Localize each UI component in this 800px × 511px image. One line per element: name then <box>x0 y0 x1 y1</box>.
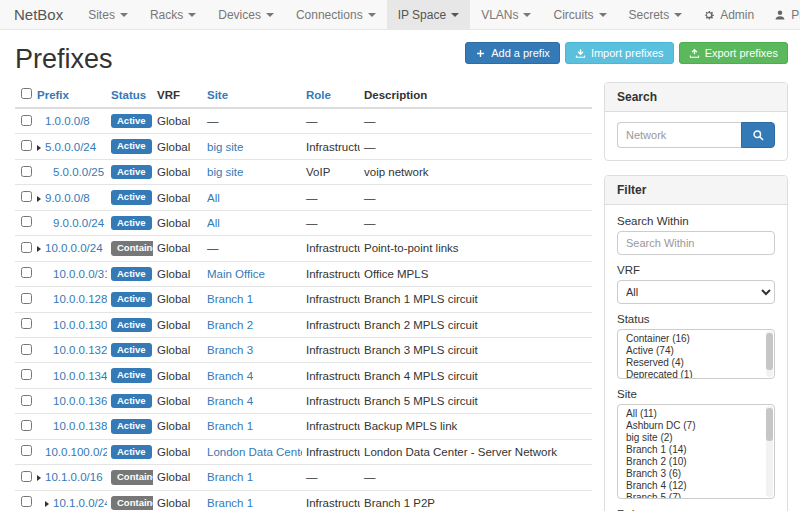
prefix-link[interactable]: 1.0.0.0/8 <box>45 115 90 127</box>
row-checkbox[interactable] <box>21 496 32 507</box>
site-link[interactable]: Branch 1 <box>207 471 253 483</box>
row-checkbox[interactable] <box>21 216 32 227</box>
prefix-link[interactable]: 10.1.0.0/16 <box>45 471 103 483</box>
nav-item[interactable]: Racks <box>139 0 207 29</box>
filter-option[interactable]: Branch 5 (7) <box>618 492 774 499</box>
row-checkbox[interactable] <box>21 242 32 253</box>
row-checkbox[interactable] <box>21 115 32 126</box>
prefix-link[interactable]: 5.0.0.0/24 <box>45 141 96 153</box>
brand-logo[interactable]: NetBox <box>14 0 63 29</box>
prefix-link[interactable]: 10.0.0.136/31 <box>53 395 107 407</box>
nav-item[interactable]: Connections <box>285 0 387 29</box>
export-prefixes-button[interactable]: Export prefixes <box>679 42 788 64</box>
prefix-link[interactable]: 10.0.0.0/31 <box>53 268 107 280</box>
filter-option[interactable]: Branch 2 (10) <box>618 456 774 468</box>
filter-option[interactable]: Container (16) <box>618 333 774 345</box>
tree-indent <box>37 226 45 227</box>
table-row: 10.0.0.0/24 Container Global — Infrastru… <box>15 236 592 261</box>
prefix-link[interactable]: 9.0.0.0/24 <box>53 217 104 229</box>
site-link[interactable]: big site <box>207 166 243 178</box>
scrollbar[interactable] <box>766 406 773 497</box>
row-checkbox[interactable] <box>21 267 32 278</box>
site-link[interactable]: Branch 3 <box>207 344 253 356</box>
filter-option[interactable]: big site (2) <box>618 432 774 444</box>
vrf-value: Global <box>157 268 190 280</box>
nav-item[interactable]: Devices <box>207 0 285 29</box>
search-input[interactable] <box>617 122 741 148</box>
search-within-input[interactable] <box>617 231 775 255</box>
status-listbox[interactable]: Container (16)Active (74)Reserved (4)Dep… <box>617 329 775 379</box>
filter-option[interactable]: All (11) <box>618 408 774 420</box>
nav-item[interactable]: IP Space <box>387 0 470 29</box>
vrf-select[interactable]: All <box>617 280 775 304</box>
prefix-link[interactable]: 10.1.0.0/24 <box>53 497 107 509</box>
nav-item[interactable]: Secrets <box>618 0 694 29</box>
prefix-link[interactable]: 5.0.0.0/25 <box>53 166 104 178</box>
filter-option[interactable]: Branch 3 (6) <box>618 468 774 480</box>
search-button[interactable] <box>741 122 775 148</box>
profile-link[interactable]: Profile <box>764 0 800 29</box>
prefix-link[interactable]: 10.0.0.0/24 <box>45 242 103 254</box>
site-link[interactable]: Branch 1 <box>207 497 253 509</box>
filter-option[interactable]: Active (74) <box>618 345 774 357</box>
site-link[interactable]: — <box>207 115 219 127</box>
nav-item[interactable]: VLANs <box>470 0 542 29</box>
site-listbox[interactable]: All (11)Ashburn DC (7)big site (2)Branch… <box>617 404 775 499</box>
prefix-link[interactable]: 10.0.0.132/31 <box>53 344 107 356</box>
column-header[interactable]: Site <box>203 82 302 108</box>
nav-item[interactable]: Sites <box>77 0 139 29</box>
site-link[interactable]: Branch 1 <box>207 420 253 432</box>
row-checkbox[interactable] <box>21 344 32 355</box>
row-checkbox[interactable] <box>21 293 32 304</box>
column-header[interactable]: Status <box>107 82 153 108</box>
filter-option[interactable]: Reserved (4) <box>618 357 774 369</box>
prefix-link[interactable]: 10.0.0.128/31 <box>53 293 107 305</box>
status-badge: Active <box>111 318 152 332</box>
description-value: — <box>364 115 376 127</box>
row-checkbox[interactable] <box>21 318 32 329</box>
import-prefixes-button[interactable]: Import prefixes <box>565 42 674 64</box>
filter-option[interactable]: Branch 4 (12) <box>618 480 774 492</box>
row-checkbox[interactable] <box>21 140 32 151</box>
row-checkbox[interactable] <box>21 420 32 431</box>
toolbar: Add a prefix Import prefixes Export pref… <box>465 42 788 64</box>
site-link[interactable]: Branch 1 <box>207 293 253 305</box>
scrollbar[interactable] <box>766 331 773 377</box>
site-link[interactable]: big site <box>207 141 243 153</box>
site-link[interactable]: London Data Center <box>207 446 302 458</box>
row-checkbox[interactable] <box>21 191 32 202</box>
site-link[interactable]: — <box>207 242 219 254</box>
status-filter-label: Status <box>617 313 775 325</box>
site-link[interactable]: Branch 4 <box>207 370 253 382</box>
prefix-link[interactable]: 10.0.0.138/31 <box>53 420 107 432</box>
row-checkbox[interactable] <box>21 445 32 456</box>
site-link[interactable]: All <box>207 217 220 229</box>
filter-option[interactable]: Deprecated (1) <box>618 369 774 379</box>
row-checkbox[interactable] <box>21 166 32 177</box>
prefix-link[interactable]: 10.0.0.130/31 <box>53 319 107 331</box>
role-value: Infrastructure <box>306 395 360 407</box>
nav-item[interactable]: Circuits <box>542 0 617 29</box>
prefix-link[interactable]: 10.0.0.134/31 <box>53 370 107 382</box>
nav-item-label: VLANs <box>481 8 518 22</box>
site-link[interactable]: Branch 2 <box>207 319 253 331</box>
select-all-checkbox[interactable] <box>21 88 32 99</box>
search-panel: Search <box>604 82 788 161</box>
row-checkbox[interactable] <box>21 471 32 482</box>
site-filter-label: Site <box>617 388 775 400</box>
site-link[interactable]: Main Office <box>207 268 265 280</box>
filter-option[interactable]: Branch 1 (14) <box>618 444 774 456</box>
row-checkbox[interactable] <box>21 369 32 380</box>
prefix-link[interactable]: 9.0.0.0/8 <box>45 192 90 204</box>
admin-link[interactable]: Admin <box>693 0 764 29</box>
filter-option[interactable]: Ashburn DC (7) <box>618 420 774 432</box>
add-prefix-button[interactable]: Add a prefix <box>465 42 560 64</box>
role-value: Infrastructure <box>306 344 360 356</box>
site-link[interactable]: Branch 4 <box>207 395 253 407</box>
prefix-link[interactable]: 10.0.100.0/24 <box>45 446 107 458</box>
column-header[interactable]: Role <box>302 82 360 108</box>
site-link[interactable]: All <box>207 192 220 204</box>
table-row: 9.0.0.0/24 Active Global All — — <box>15 210 592 235</box>
column-header[interactable]: Prefix <box>33 82 107 108</box>
row-checkbox[interactable] <box>21 395 32 406</box>
